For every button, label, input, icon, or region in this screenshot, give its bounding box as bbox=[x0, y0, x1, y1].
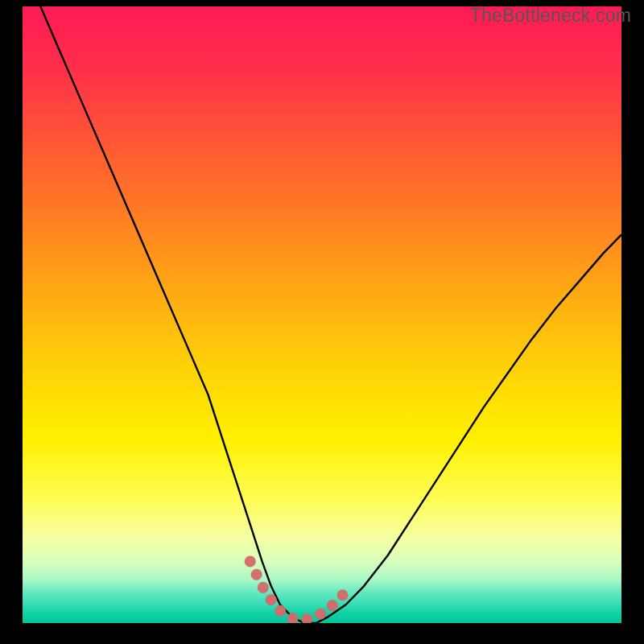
chart-frame: TheBottleneck.com bbox=[0, 0, 644, 644]
watermark-text: TheBottleneck.com bbox=[470, 5, 631, 27]
background-gradient bbox=[23, 6, 621, 623]
plot-area bbox=[23, 6, 621, 623]
